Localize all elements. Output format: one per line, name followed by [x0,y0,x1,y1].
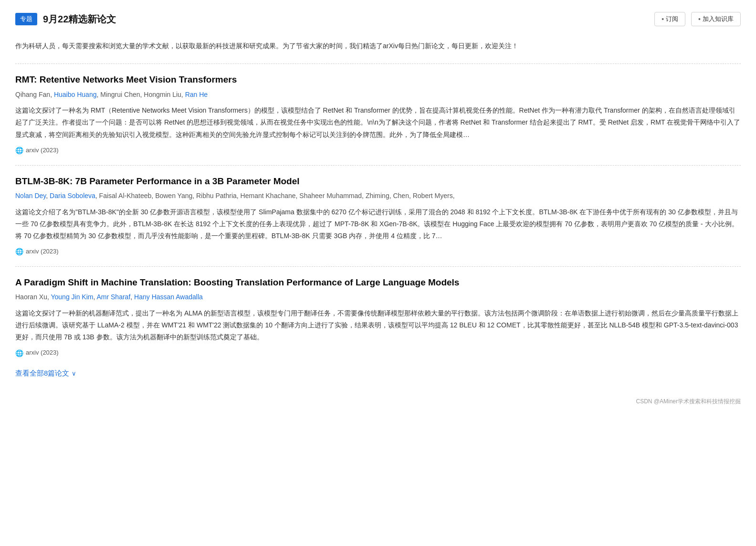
article-3-author-link-1[interactable]: Young Jin Kim [51,293,93,301]
header: 专题 9月22精选新论文 • 订阅 • 加入知识库 [15,11,741,32]
article-1-author-plain: Qihang Fan, [15,91,54,98]
article-3: A Paradigm Shift in Machine Translation:… [15,276,741,358]
subscribe-button[interactable]: • 订阅 [654,12,685,26]
dot2: • [698,15,701,23]
article-2-author-rest: , Faisal Al-Khateeb, Bowen Yang, Ribhu P… [95,192,455,200]
article-1: RMT: Retentive Networks Meet Vision Tran… [15,74,741,155]
article-2-author-link-1[interactable]: Nolan Dey [15,192,46,200]
globe-icon-3: 🌐 [15,349,23,357]
article-2-author-sep: , [46,192,50,200]
article-3-authors: Haoran Xu, Young Jin Kim, Amr Sharaf, Ha… [15,292,741,302]
divider-2 [15,165,741,166]
intro-text: 作为科研人员，每天需要搜索和浏览大量的学术文献，以获取最新的科技进展和研究成果。… [15,40,741,52]
topic-badge: 专题 [15,13,37,26]
article-1-author-mid: , Mingrui Chen, Hongmin Liu, [96,91,185,98]
view-all-container: 查看全部8篇论文 ∨ [15,368,741,379]
article-2-title: BTLM-3B-8K: 7B Parameter Performance in … [15,175,741,188]
footer-text: CSDN @AMiner学术搜索和科技情报挖掘 [636,398,741,405]
article-1-authors: Qihang Fan, Huaibo Huang, Mingrui Chen, … [15,89,741,100]
article-3-author-sep2: , [130,293,134,301]
page-footer: CSDN @AMiner学术搜索和科技情报挖掘 [15,393,741,406]
header-left: 专题 9月22精选新论文 [15,11,116,27]
knowledge-label: 加入知识库 [703,15,734,23]
knowledge-button[interactable]: • 加入知识库 [691,12,741,26]
article-1-source-text: arxiv (2023) [26,146,59,156]
article-3-source-text: arxiv (2023) [26,348,59,358]
article-1-author-link-1[interactable]: Huaibo Huang [54,91,97,98]
article-1-title: RMT: Retentive Networks Meet Vision Tran… [15,74,741,86]
article-3-title: A Paradigm Shift in Machine Translation:… [15,276,741,289]
article-3-author-plain: Haoran Xu, [15,293,51,301]
article-1-source: 🌐 arxiv (2023) [15,146,741,156]
chevron-down-icon: ∨ [72,370,76,377]
article-2-source-text: arxiv (2023) [26,247,59,257]
article-2-authors: Nolan Dey, Daria Soboleva, Faisal Al-Kha… [15,190,741,201]
view-all-link[interactable]: 查看全部8篇论文 ∨ [15,368,76,379]
article-2: BTLM-3B-8K: 7B Parameter Performance in … [15,175,741,257]
article-3-abstract: 这篇论文探讨了一种新的机器翻译范式，提出了一种名为 ALMA 的新型语言模型，该… [15,307,741,344]
view-all-label: 查看全部8篇论文 [15,369,69,377]
globe-icon-2: 🌐 [15,248,23,255]
header-actions: • 订阅 • 加入知识库 [654,12,741,26]
page-title: 9月22精选新论文 [43,11,116,27]
dot1: • [662,15,664,23]
article-2-author-link-2[interactable]: Daria Soboleva [50,192,95,200]
article-2-source: 🌐 arxiv (2023) [15,247,741,257]
article-3-author-link-2[interactable]: Amr Sharaf [96,293,130,301]
globe-icon-1: 🌐 [15,147,23,154]
article-1-abstract: 这篇论文探讨了一种名为 RMT（Retentive Networks Meet … [15,105,741,141]
divider-1 [15,63,741,64]
article-3-source: 🌐 arxiv (2023) [15,348,741,358]
subscribe-label: 订阅 [666,15,678,23]
article-3-author-link-3[interactable]: Hany Hassan Awadalla [134,293,203,301]
divider-3 [15,266,741,267]
article-1-author-link-2[interactable]: Ran He [185,91,208,98]
page-container: 专题 9月22精选新论文 • 订阅 • 加入知识库 作为科研人员，每天需要搜索和… [0,0,756,546]
article-2-abstract: 这篇论文介绍了名为"BTLM-3B-8K"的全新 30 亿参数开源语言模型，该模… [15,206,741,242]
